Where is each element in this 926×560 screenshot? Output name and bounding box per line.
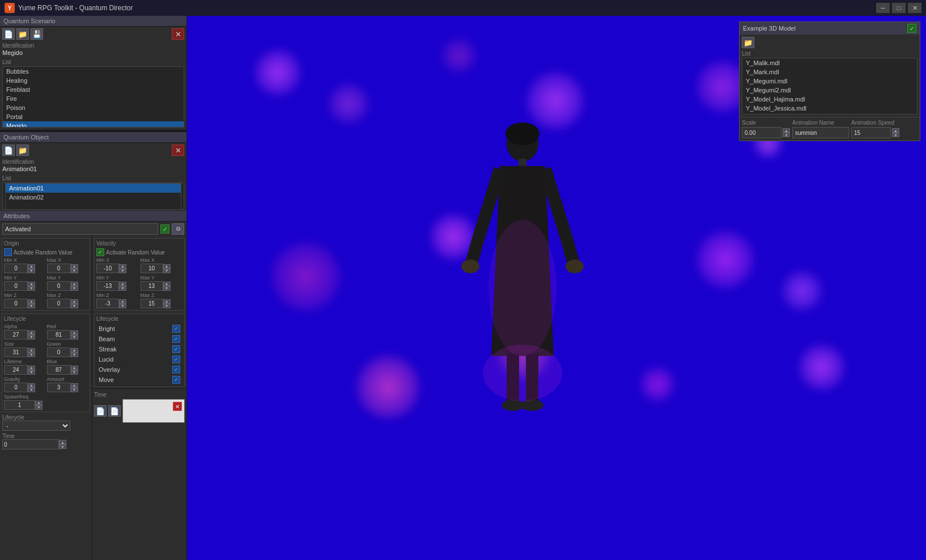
origin-maxx-up[interactable]: ▲ [71,264,78,269]
vel-maxz-dn[interactable]: ▼ [163,304,171,308]
model-list-item[interactable]: Y_Megumi2.mdl [742,86,917,95]
origin-minx-up[interactable]: ▲ [28,264,35,269]
model-animspeed-up[interactable]: ▲ [892,128,899,133]
vel-maxy-dn[interactable]: ▼ [163,286,171,291]
vel-miny-up[interactable]: ▲ [119,282,126,286]
lc-amount-up[interactable]: ▲ [71,383,78,388]
vel-maxx-input[interactable] [141,264,163,273]
lc-blue-input[interactable] [47,365,71,375]
lc-amount-input[interactable] [47,383,71,392]
origin-maxz-up[interactable]: ▲ [71,299,78,304]
copy-btn[interactable]: ⧉ [172,223,184,235]
origin-minz-input[interactable] [4,299,28,308]
scenario-list-item[interactable]: Bubbles [3,67,184,76]
model-load-btn[interactable]: 📁 [742,37,754,48]
time-up[interactable]: ▲ [59,440,66,444]
origin-miny-input[interactable] [4,281,28,291]
qobj-list[interactable]: Animation01Animation02 [5,183,181,210]
qobj-open-btn[interactable]: 📁 [16,145,29,156]
origin-minz-up[interactable]: ▲ [28,299,35,304]
lifecycle-toggle-streak[interactable]: ✓ [172,345,180,353]
lc-green-dn[interactable]: ▼ [71,353,78,357]
scenario-list-item[interactable]: Fire [3,94,184,103]
lc-gravity-up[interactable]: ▲ [28,383,35,388]
lc-gravity-dn[interactable]: ▼ [28,388,35,392]
lc-size-input[interactable] [4,347,28,357]
model-animspeed-input[interactable] [851,127,891,138]
time-btn1[interactable]: 📄 [94,405,107,417]
model-list-item[interactable]: Y_Mark.mdl [742,67,917,77]
lc-lifetime-up[interactable]: ▲ [28,366,35,370]
lc-lifetime-input[interactable] [4,365,28,375]
origin-activate-checkbox[interactable] [4,248,12,256]
origin-maxy-dn[interactable]: ▼ [71,286,78,291]
model-list-item[interactable]: Y_Malik.mdl [742,58,917,67]
lc-amount-dn[interactable]: ▼ [71,388,78,392]
lc-size-up[interactable]: ▲ [28,348,35,353]
model-list-wrap[interactable]: Y_Malik.mdlY_Mark.mdlY_Megumi.mdlY_Megum… [742,58,917,114]
vel-miny-dn[interactable]: ▼ [119,286,126,291]
scenario-list-item[interactable]: Megido [3,121,184,128]
vel-minz-dn[interactable]: ▼ [119,304,126,308]
time-delete-btn[interactable]: ✕ [173,402,182,411]
lc-size-dn[interactable]: ▼ [28,353,35,357]
lc-spawnfreq-input[interactable] [4,400,35,410]
vel-minz-input[interactable] [96,299,119,308]
model-list-item[interactable]: Y_Model_Hajima.mdl [742,95,917,104]
model-scale-up[interactable]: ▲ [783,128,790,133]
lifecycle-toggle-lucid[interactable]: ✓ [172,355,180,363]
lc-spawnfreq-dn[interactable]: ▼ [35,405,43,410]
time-dn[interactable]: ▼ [59,444,66,449]
vel-maxy-input[interactable] [141,281,163,291]
velocity-activate-checkbox[interactable]: ✓ [96,248,104,256]
lc-alpha-input[interactable] [4,330,28,340]
activated-input[interactable] [2,223,158,235]
lc-alpha-up[interactable]: ▲ [28,330,35,335]
lifecycle-toggle-overlay[interactable]: ✓ [172,366,180,374]
close-button[interactable]: ✕ [908,3,921,13]
lc-red-dn[interactable]: ▼ [71,335,78,340]
scenario-new-btn[interactable]: 📄 [2,28,15,40]
scenario-open-btn[interactable]: 📁 [16,28,29,40]
model-list-item[interactable]: Y_Megumi.mdl [742,77,917,86]
origin-maxz-input[interactable] [47,299,71,308]
lifecycle-toggle-beam[interactable]: ✓ [172,335,180,343]
qobj-delete-btn[interactable]: ✕ [172,145,184,156]
scenario-delete-btn[interactable]: ✕ [172,28,184,40]
model-animname-input[interactable] [792,127,849,138]
vel-maxz-input[interactable] [141,299,163,308]
vel-minx-up[interactable]: ▲ [119,264,126,269]
lifecycle-select[interactable]: - [2,421,70,431]
origin-miny-dn[interactable]: ▼ [28,286,35,291]
lc-gravity-input[interactable] [4,383,28,392]
origin-minx-input[interactable] [4,264,28,273]
scenario-list-item[interactable]: Fireblast [3,85,184,94]
model-list-item[interactable]: Y_Model_Jessica.mdl [742,104,917,113]
qobj-list-item[interactable]: Animation02 [6,193,181,202]
vel-minx-dn[interactable]: ▼ [119,269,126,273]
origin-minx-dn[interactable]: ▼ [28,269,35,273]
vel-maxz-up[interactable]: ▲ [163,299,171,304]
vel-miny-input[interactable] [96,281,119,291]
minimize-button[interactable]: ─ [876,3,890,13]
origin-maxz-dn[interactable]: ▼ [71,304,78,308]
vel-minx-input[interactable] [96,264,119,273]
scenario-list-item[interactable]: Portal [3,112,184,121]
lc-blue-up[interactable]: ▲ [71,366,78,370]
maximize-button[interactable]: □ [892,3,906,13]
lc-alpha-dn[interactable]: ▼ [28,335,35,340]
origin-miny-up[interactable]: ▲ [28,282,35,286]
origin-minz-dn[interactable]: ▼ [28,304,35,308]
vel-maxx-up[interactable]: ▲ [163,264,171,269]
vel-maxy-up[interactable]: ▲ [163,282,171,286]
scenario-list-item[interactable]: Healing [3,76,184,85]
qobj-new-btn[interactable]: 📄 [2,145,15,156]
lifecycle-toggle-move[interactable]: ✓ [172,376,180,384]
model-list-item[interactable]: Y_Model_Joey.mdl [742,113,917,114]
lifecycle-toggle-bright[interactable]: ✓ [172,325,180,333]
model-enable-checkbox[interactable]: ✓ [907,24,916,33]
origin-maxx-input[interactable] [47,264,71,273]
qobj-list-item[interactable]: Animation01 [6,184,181,193]
lc-spawnfreq-up[interactable]: ▲ [35,401,43,405]
scenario-list[interactable]: BubblesHealingFireblastFirePoisonPortalM… [2,66,184,128]
